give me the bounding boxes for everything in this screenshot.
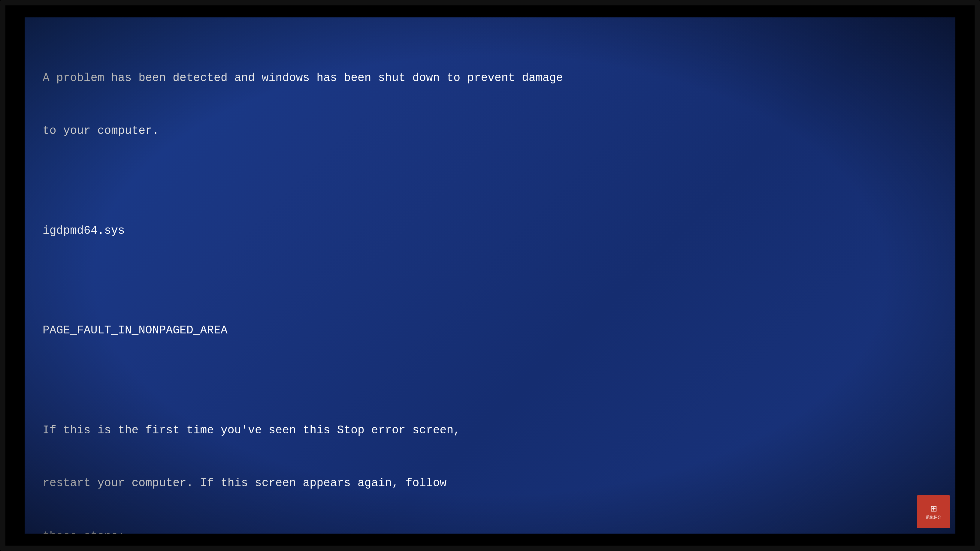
bsod-line-2: to your computer.	[43, 122, 937, 140]
bsod-spacer-1	[43, 175, 937, 187]
watermark-icon: ⊞	[930, 503, 937, 513]
screen-container: A problem has been detected and windows …	[0, 0, 980, 551]
bsod-line-7: these steps:	[43, 527, 937, 534]
bsod-spacer-3	[43, 375, 937, 386]
bsod-line-4: PAGE_FAULT_IN_NONPAGED_AREA	[43, 322, 937, 340]
watermark-badge: ⊞ 系统坏分	[917, 495, 950, 528]
bsod-line-5: If this is the first time you've seen th…	[43, 422, 937, 439]
watermark-label: 系统坏分	[926, 515, 941, 520]
bsod-spacer-2	[43, 275, 937, 287]
bsod-screen: A problem has been detected and windows …	[25, 17, 955, 534]
bsod-line-3: igdpmd64.sys	[43, 222, 937, 240]
bsod-line-6: restart your computer. If this screen ap…	[43, 475, 937, 492]
bsod-line-1: A problem has been detected and windows …	[43, 69, 937, 87]
bsod-text-content: A problem has been detected and windows …	[43, 34, 937, 534]
